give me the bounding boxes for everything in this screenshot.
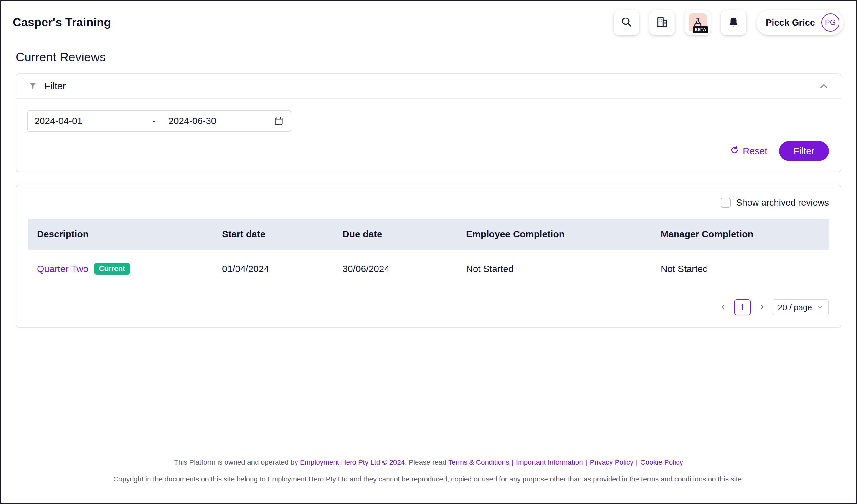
- table-header-row: Description Start date Due date Employee…: [28, 219, 829, 250]
- cookie-link[interactable]: Cookie Policy: [640, 458, 683, 466]
- filter-panel-header[interactable]: Filter: [16, 74, 841, 99]
- footer-separator: |: [512, 458, 514, 466]
- date-separator: -: [153, 116, 156, 126]
- user-name: Pieck Grice: [766, 18, 815, 28]
- review-manager-completion: Not Started: [652, 264, 829, 274]
- filter-panel-title: Filter: [45, 81, 66, 92]
- review-due-date: 30/06/2024: [334, 264, 457, 274]
- privacy-link[interactable]: Privacy Policy: [590, 458, 634, 466]
- filter-button[interactable]: Filter: [779, 141, 829, 161]
- important-info-link[interactable]: Important Information: [516, 458, 583, 466]
- chevron-up-icon: [819, 81, 829, 91]
- footer-text-prefix: This Platform is owned and operated by: [174, 458, 300, 466]
- page-title: Casper's Training: [13, 16, 111, 29]
- review-employee-completion: Not Started: [457, 264, 652, 274]
- footer-text-mid: . Please read: [405, 458, 448, 466]
- column-header-manager-completion: Manager Completion: [652, 229, 829, 240]
- search-icon: [621, 16, 633, 29]
- reviews-table: Description Start date Due date Employee…: [28, 219, 829, 288]
- page-size-select[interactable]: 20 / page: [773, 299, 829, 315]
- date-from-value: 2024-04-01: [34, 116, 153, 126]
- beta-features-button[interactable]: BETA: [685, 10, 711, 35]
- beta-badge: BETA: [693, 26, 708, 33]
- calendar-icon: [274, 116, 284, 126]
- reset-button[interactable]: Reset: [730, 145, 767, 157]
- filter-actions: Reset Filter: [27, 141, 829, 161]
- user-menu[interactable]: Pieck Grice PG: [756, 10, 843, 35]
- organisation-icon: [656, 16, 668, 29]
- footer-copyright-line: Copyright in the documents on this site …: [14, 475, 843, 484]
- header-actions: BETA Pieck Grice PG: [614, 10, 843, 35]
- footer-legal-line: This Platform is owned and operated by E…: [14, 458, 843, 467]
- avatar: PG: [821, 14, 839, 32]
- date-range-input[interactable]: 2024-04-01 - 2024-06-30: [27, 110, 291, 132]
- footer-separator: |: [636, 458, 638, 466]
- current-page-button[interactable]: 1: [734, 299, 751, 315]
- prev-page-button[interactable]: [719, 302, 728, 313]
- search-button[interactable]: [614, 10, 639, 35]
- status-badge: Current: [94, 263, 130, 275]
- page-size-value: 20 / page: [778, 303, 812, 312]
- review-description-cell: Quarter Two Current: [28, 263, 213, 275]
- next-page-button[interactable]: [757, 302, 766, 313]
- filter-panel: Filter 2024-04-01 - 2024-06-30 Reset: [16, 73, 841, 172]
- chevron-left-icon: [720, 303, 727, 311]
- top-bar: Casper's Training BETA Pieck Grice PG: [1, 1, 856, 43]
- main-content: Current Reviews Filter 2024-04-01 - 2024…: [1, 50, 856, 328]
- chevron-down-icon: [817, 303, 823, 312]
- review-link[interactable]: Quarter Two: [37, 264, 88, 274]
- column-header-description: Description: [28, 229, 213, 240]
- filter-funnel-icon: [28, 81, 37, 92]
- filter-panel-body: 2024-04-01 - 2024-06-30 Reset Filter: [16, 99, 841, 172]
- reset-label: Reset: [743, 146, 767, 156]
- column-header-due-date: Due date: [334, 229, 457, 240]
- column-header-employee-completion: Employee Completion: [457, 229, 652, 240]
- organisation-button[interactable]: [649, 10, 675, 35]
- review-start-date: 01/04/2024: [213, 264, 334, 274]
- notifications-bell-icon: [727, 16, 739, 29]
- reset-icon: [730, 145, 739, 157]
- table-row: Quarter Two Current 01/04/2024 30/06/202…: [28, 250, 829, 288]
- notifications-button[interactable]: [721, 10, 746, 35]
- show-archived-label: Show archived reviews: [736, 197, 829, 208]
- page-footer: This Platform is owned and operated by E…: [1, 458, 856, 484]
- date-to-value: 2024-06-30: [168, 116, 216, 126]
- pagination: 1 20 / page: [28, 299, 829, 315]
- chevron-right-icon: [758, 303, 765, 311]
- company-link[interactable]: Employment Hero Pty Ltd © 2024: [300, 458, 405, 466]
- show-archived-toggle[interactable]: Show archived reviews: [28, 196, 829, 209]
- column-header-start-date: Start date: [213, 229, 334, 240]
- section-title: Current Reviews: [16, 50, 841, 64]
- show-archived-checkbox[interactable]: [721, 197, 730, 208]
- terms-link[interactable]: Terms & Conditions: [448, 458, 509, 466]
- reviews-panel: Show archived reviews Description Start …: [16, 185, 841, 328]
- footer-separator: |: [586, 458, 587, 466]
